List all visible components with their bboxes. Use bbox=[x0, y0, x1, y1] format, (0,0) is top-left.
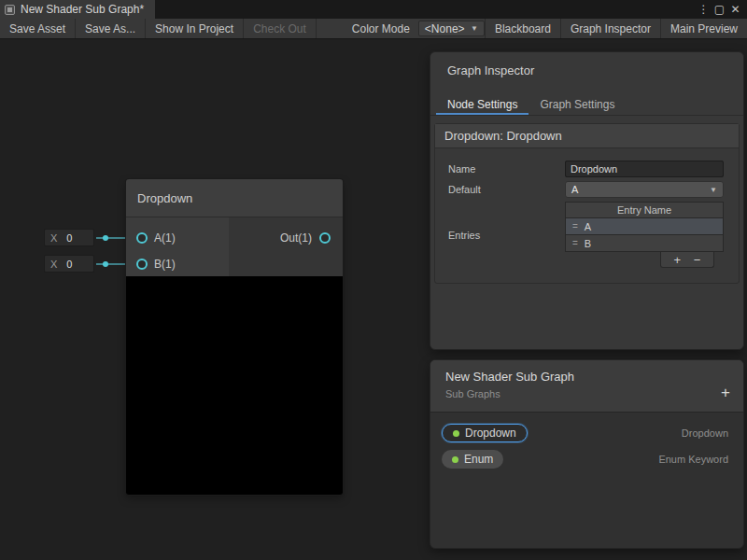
input-port-a[interactable] bbox=[136, 232, 148, 244]
graph-inspector-panel: Graph Inspector Node Settings Graph Sett… bbox=[430, 51, 744, 350]
port-b-default-field[interactable]: X 0 bbox=[44, 255, 94, 273]
window-close-icon[interactable]: ✕ bbox=[727, 0, 743, 19]
default-dropdown-value: A bbox=[571, 184, 578, 195]
color-mode-dropdown[interactable]: <None> ▼ bbox=[418, 21, 485, 36]
save-asset-button[interactable]: Save Asset bbox=[0, 19, 76, 38]
document-tab-title: New Shader Sub Graph* bbox=[21, 3, 144, 16]
save-as-button[interactable]: Save As... bbox=[76, 19, 146, 38]
color-mode-value: <None> bbox=[425, 22, 465, 35]
input-port-b-label: B(1) bbox=[154, 258, 176, 271]
port-a-default-field[interactable]: X 0 bbox=[44, 229, 94, 246]
entries-field-row: Entries Entry Name = A = B bbox=[435, 202, 724, 268]
name-input[interactable] bbox=[565, 161, 724, 177]
default-label: Default bbox=[435, 184, 565, 195]
port-b-value[interactable]: 0 bbox=[66, 259, 72, 270]
window-menu-icon[interactable]: ⋮ bbox=[696, 0, 712, 19]
blackboard-body: Dropdown Dropdown Enum Enum Keyword bbox=[430, 413, 743, 472]
tab-node-settings[interactable]: Node Settings bbox=[436, 93, 529, 115]
chevron-down-icon: ▼ bbox=[710, 186, 717, 194]
axis-x-label: X bbox=[50, 259, 57, 270]
entry-name: B bbox=[585, 238, 591, 249]
blackboard-title: New Shader Sub Graph bbox=[430, 360, 743, 384]
section-title: Dropdown: Dropdown bbox=[435, 124, 739, 148]
node-preview bbox=[126, 276, 343, 495]
drag-handle-icon[interactable]: = bbox=[566, 221, 585, 232]
input-port-a-label: A(1) bbox=[154, 231, 176, 245]
blackboard-item-enum: Enum Enum Keyword bbox=[430, 446, 743, 472]
blackboard-header: New Shader Sub Graph Sub Graphs + bbox=[430, 360, 743, 413]
entries-list: Entry Name = A = B + − bbox=[565, 202, 724, 268]
blackboard-item-dropdown: Dropdown Dropdown bbox=[430, 420, 743, 446]
entries-list-footer: + − bbox=[565, 252, 724, 268]
dropdown-property-pill[interactable]: Dropdown bbox=[442, 424, 528, 442]
name-field-row: Name bbox=[435, 160, 724, 177]
check-out-button: Check Out bbox=[244, 19, 317, 38]
input-port-b[interactable] bbox=[136, 259, 148, 270]
entries-label: Entries bbox=[435, 230, 565, 241]
property-type-label: Enum Keyword bbox=[658, 454, 728, 465]
edge-dot bbox=[103, 235, 108, 241]
shader-graph-icon bbox=[5, 5, 15, 15]
default-dropdown[interactable]: A ▼ bbox=[565, 181, 724, 198]
port-a-value[interactable]: 0 bbox=[66, 232, 72, 244]
port-row-a: A(1) bbox=[136, 229, 176, 247]
entry-name: A bbox=[585, 221, 591, 232]
property-dot-icon bbox=[453, 430, 459, 437]
toolbar: Save Asset Save As... Show In Project Ch… bbox=[0, 19, 747, 39]
property-name: Dropdown bbox=[465, 427, 516, 440]
entry-row-a[interactable]: = A bbox=[565, 218, 724, 235]
edge-dot bbox=[103, 261, 108, 267]
node-body: A(1) B(1) Out(1) bbox=[126, 217, 343, 276]
entries-list-header: Entry Name bbox=[565, 202, 724, 218]
property-name: Enum bbox=[464, 453, 493, 466]
dropdown-node[interactable]: Dropdown A(1) B(1) Out(1) bbox=[126, 179, 343, 495]
chevron-down-icon: ▼ bbox=[471, 24, 478, 33]
name-label: Name bbox=[435, 163, 565, 175]
show-in-project-button[interactable]: Show In Project bbox=[146, 19, 244, 38]
output-port-label: Out(1) bbox=[280, 231, 312, 245]
titlebar: New Shader Sub Graph* ⋮ ▢ ✕ bbox=[0, 0, 747, 19]
add-entry-button[interactable]: + bbox=[674, 254, 682, 266]
tab-graph-settings[interactable]: Graph Settings bbox=[529, 93, 626, 115]
window-controls: ⋮ ▢ ✕ bbox=[696, 0, 747, 19]
toolbar-right-group: Blackboard Graph Inspector Main Preview bbox=[485, 19, 747, 38]
blackboard-subtitle: Sub Graphs bbox=[430, 384, 743, 399]
enum-property-pill[interactable]: Enum bbox=[442, 450, 503, 469]
section-body: Name Default A ▼ Entries bbox=[435, 148, 739, 283]
main-preview-toggle-button[interactable]: Main Preview bbox=[660, 19, 747, 38]
drag-handle-icon[interactable]: = bbox=[566, 238, 585, 249]
property-dot-icon bbox=[452, 456, 458, 463]
node-title: Dropdown bbox=[137, 191, 192, 205]
graph-inspector-title: Graph Inspector bbox=[430, 52, 743, 77]
entry-row-b[interactable]: = B bbox=[565, 235, 724, 252]
output-port[interactable] bbox=[319, 232, 331, 244]
shader-graph-window: New Shader Sub Graph* ⋮ ▢ ✕ Save Asset S… bbox=[0, 0, 747, 560]
node-header[interactable]: Dropdown bbox=[126, 179, 343, 217]
node-settings-section: Dropdown: Dropdown Name Default A ▼ bbox=[434, 123, 740, 284]
port-row-b: B(1) bbox=[136, 255, 176, 273]
document-tab[interactable]: New Shader Sub Graph* bbox=[0, 0, 155, 19]
color-mode-label: Color Mode bbox=[345, 19, 418, 38]
port-row-out: Out(1) bbox=[280, 229, 331, 247]
graph-inspector-toggle-button[interactable]: Graph Inspector bbox=[560, 19, 660, 38]
window-maximize-icon[interactable]: ▢ bbox=[712, 0, 727, 19]
default-field-row: Default A ▼ bbox=[435, 181, 724, 198]
inspector-tabs: Node Settings Graph Settings bbox=[430, 93, 743, 116]
add-property-button[interactable]: + bbox=[721, 385, 730, 400]
axis-x-label: X bbox=[50, 232, 57, 244]
property-type-label: Dropdown bbox=[682, 427, 728, 439]
blackboard-toggle-button[interactable]: Blackboard bbox=[485, 19, 560, 38]
remove-entry-button[interactable]: − bbox=[694, 254, 701, 266]
blackboard-panel: New Shader Sub Graph Sub Graphs + Dropdo… bbox=[430, 359, 744, 549]
